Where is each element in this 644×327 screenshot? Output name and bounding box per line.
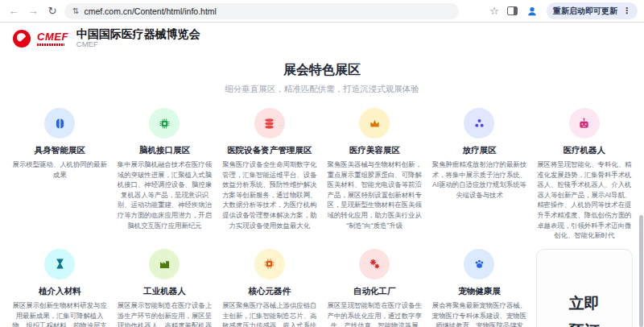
forward-icon[interactable]: → xyxy=(26,5,40,17)
card-description: 聚焦肿瘤精准放射治疗的最新技术，将集中展示质子治疗系统、AI驱动的自适应放疗规划… xyxy=(431,159,527,200)
card-description: 聚焦医疗设备全生命周期数字化管理，汇集智能运维平台、设备效益分析系统、预防性维护… xyxy=(221,159,318,230)
browser-menu-icon[interactable]: ⋮ xyxy=(622,6,631,16)
url-text[interactable]: cmef.com.cn/Content/html/info.html xyxy=(84,6,217,16)
page-title: 展会特色展区 xyxy=(0,62,644,79)
address-bar[interactable]: ⇅ cmef.com.cn/Content/html/info.html xyxy=(64,3,459,19)
back-icon[interactable]: ← xyxy=(6,5,21,17)
card-title: 核心元器件 xyxy=(221,286,318,297)
feature-card[interactable]: 医疗美容展区 聚焦医美器械与生物材料创新，重点展示重组胶原蛋白、可降解医美材料、… xyxy=(326,108,423,241)
browser-toolbar: ← → ↻ ⇅ cmef.com.cn/Content/html/info.ht… xyxy=(0,0,644,23)
profile-avatar-icon[interactable] xyxy=(526,5,539,18)
card-description: 展示模型驱动、人机协同的最新成果 xyxy=(11,159,108,180)
card-description: 展区展示创新生物材料研发与应用最新成果，汇集可降解植入物、组织工程材料、药物涂层… xyxy=(11,300,108,327)
card-title: 脑机接口展区 xyxy=(116,145,213,156)
card-title: 医疗美容展区 xyxy=(326,145,423,156)
page-subtitle: 细分垂直展区，精准匹配供需，打造沉浸式观展体验 xyxy=(0,84,644,95)
feature-card[interactable]: 工业机器人 展区展示智能制造在医疗设备上游生产环节的创新应用，展区呈现协作机器人… xyxy=(116,249,213,327)
card-description: 展区将呈现智能化、专科化、精准化发展趋势，汇集骨科手术机器人、腔镜手术机器人、介… xyxy=(536,159,633,241)
card-title: 医院设备资产管理展区 xyxy=(221,145,318,156)
book-booth-cta[interactable]: 立即预订展位 xyxy=(536,249,633,327)
card-description: 展区聚焦医疗器械上游供应链自主创新，汇集智能制造芯片、高敏感度压力传感器、嵌入式… xyxy=(221,300,318,327)
feature-card[interactable]: 核心元器件 展区聚焦医疗器械上游供应链自主创新，汇集智能制造芯片、高敏感度压力传… xyxy=(221,249,318,327)
card-title: 宠物健康展 xyxy=(431,286,527,297)
card-description: 展区展示智能制造在医疗设备上游生产环节的创新应用，展区呈现协作机器人、高精度装配… xyxy=(116,300,213,327)
feature-card[interactable]: 具身智能展区 展示模型驱动、人机协同的最新成果 xyxy=(11,108,108,241)
card-title: 自动化工厂 xyxy=(326,286,423,297)
radiation-icon xyxy=(464,108,494,139)
brain-icon xyxy=(44,108,75,139)
robot-icon xyxy=(569,108,600,139)
bookmark-star-icon[interactable]: ☆ xyxy=(489,5,499,17)
card-title: 植介入材料 xyxy=(11,286,108,297)
card-title: 放疗展区 xyxy=(431,145,527,156)
feature-card[interactable]: 自动化工厂 展区呈现智能制造在医疗设备生产中的系统化应用，通过数字孪生、产线仿真… xyxy=(326,249,423,327)
site-subtitle: CMEF xyxy=(76,40,200,49)
cta-line: 立即 xyxy=(569,290,600,317)
site-title: 中国国际医疗器械博览会 xyxy=(76,27,200,40)
feature-card[interactable]: 放疗展区 聚焦肿瘤精准放射治疗的最新技术，将集中展示质子治疗系统、AI驱动的自适… xyxy=(431,108,527,241)
chip-icon xyxy=(149,108,180,139)
card-description: 聚焦医美器械与生物材料创新，重点展示重组胶原蛋白、可降解医美材料、智能光电设备等… xyxy=(326,159,423,230)
browser-update-button[interactable]: 重新启动即可更新 ⋮ xyxy=(547,2,638,19)
update-button-label: 重新启动即可更新 xyxy=(553,6,617,17)
card-description: 展会将聚焦最新宠物医疗器械、宠物医疗专科体系建设、宠物医师继续教育、宠物医院品牌… xyxy=(431,300,527,327)
cpu-icon xyxy=(254,249,285,279)
side-panel-icon[interactable] xyxy=(507,6,518,15)
card-title: 工业机器人 xyxy=(116,286,213,297)
card-title: 具身智能展区 xyxy=(11,145,108,156)
card-title: 医疗机器人 xyxy=(536,145,633,156)
hourglass-icon xyxy=(44,249,75,279)
scrollbar[interactable] xyxy=(639,215,643,327)
gears-icon xyxy=(359,249,390,279)
feature-card[interactable]: 医疗机器人 展区将呈现智能化、专科化、精准化发展趋势，汇集骨科手术机器人、腔镜手… xyxy=(536,108,633,241)
crown-icon xyxy=(359,108,390,139)
cmef-logo: CMEF xyxy=(37,31,68,46)
reload-icon[interactable]: ↻ xyxy=(45,5,60,17)
feature-card[interactable]: 植介入材料 展区展示创新生物材料研发与应用最新成果，汇集可降解植入物、组织工程材… xyxy=(11,249,108,327)
site-header: CMEF 中国国际医疗器械博览会 CMEF xyxy=(0,23,644,52)
paw-icon xyxy=(464,249,494,279)
feature-card[interactable]: 医院设备资产管理展区 聚焦医疗设备全生命周期数字化管理，汇集智能运维平台、设备效… xyxy=(221,108,318,241)
factory-icon xyxy=(149,249,180,279)
card-description: 集中展示脑机融合技术在医疗领域的突破性进展，汇聚植入式脑机接口、神经调控设备、脑… xyxy=(116,159,213,230)
feature-zones-grid: 具身智能展区 展示模型驱动、人机协同的最新成果 脑机接口展区 集中展示脑机融合技… xyxy=(0,108,644,327)
feature-card[interactable]: 宠物健康展 展会将聚焦最新宠物医疗器械、宠物医疗专科体系建设、宠物医师继续教育、… xyxy=(431,249,527,327)
cmef-logo-icon xyxy=(13,30,31,48)
cta-line: 预订 xyxy=(569,317,600,327)
feature-card[interactable]: 脑机接口展区 集中展示脑机融合技术在医疗领域的突破性进展，汇聚植入式脑机接口、神… xyxy=(116,108,213,241)
logo-tagline-mark xyxy=(37,43,64,46)
database-icon xyxy=(254,108,285,139)
card-description: 展区呈现智能制造在医疗设备生产中的系统化应用，通过数字孪生、产线仿真、智能物流等… xyxy=(326,300,423,327)
logo-text: CMEF xyxy=(37,31,68,42)
site-info-icon[interactable]: ⇅ xyxy=(72,6,79,15)
